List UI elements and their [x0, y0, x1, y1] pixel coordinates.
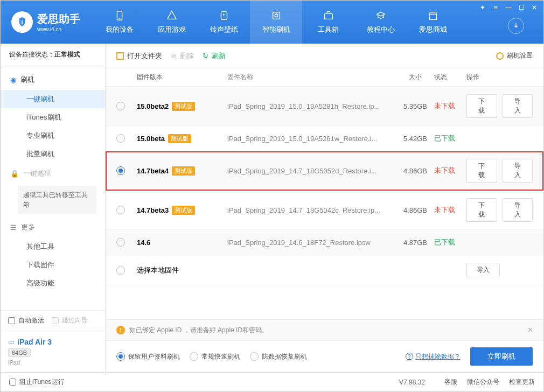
- sidebar: 设备连接状态：正常模式 ◉ 刷机 一键刷机iTunes刷机专业刷机批量刷机 🔒 …: [1, 44, 106, 372]
- row-size: 4.87GB: [396, 239, 434, 247]
- download-button[interactable]: 下载: [466, 159, 497, 183]
- svg-rect-5: [324, 13, 332, 19]
- option-keep-data[interactable]: 保留用户资料刷机: [116, 352, 180, 361]
- sidebar-item-flash-1[interactable]: iTunes刷机: [1, 108, 105, 127]
- sidebar-flash-header[interactable]: ◉ 刷机: [1, 69, 105, 90]
- connection-status: 设备连接状态：正常模式: [1, 44, 105, 66]
- notice-text: 如已绑定 Apple ID ，请准备好 Apple ID和密码。: [129, 326, 268, 335]
- toolbox-icon: [323, 10, 334, 22]
- sidebar-item-more-1[interactable]: 下载固件: [1, 256, 105, 274]
- wipe-data-link[interactable]: ?只想抹除数据？: [406, 352, 461, 361]
- close-notice-button[interactable]: ×: [528, 325, 533, 335]
- table-row[interactable]: 14.7beta4测试版iPad_Spring_2019_14.7_18G505…: [106, 151, 543, 191]
- row-size: 4.86GB: [396, 206, 434, 214]
- row-name: iPad_Spring_2019_15.0_19A5281h_Restore.i…: [227, 102, 396, 110]
- status-link-1[interactable]: 微信公众号: [467, 378, 499, 386]
- row-status: 已下载: [434, 237, 466, 247]
- lock-icon: 🔒: [10, 170, 19, 178]
- option-normal-fast[interactable]: 常规快速刷机: [190, 352, 240, 361]
- download-button[interactable]: 下载: [466, 198, 497, 222]
- import-button[interactable]: 导入: [503, 94, 533, 118]
- notice-bar: ! 如已绑定 Apple ID ，请准备好 Apple ID和密码。 ×: [106, 319, 543, 340]
- appstore-icon: [166, 10, 178, 22]
- row-radio[interactable]: [116, 238, 125, 247]
- row-version: 14.7beta4测试版: [135, 166, 227, 176]
- flash-now-button[interactable]: 立即刷机: [470, 347, 533, 366]
- folder-icon: [116, 52, 124, 60]
- nav-tutorial[interactable]: 教程中心: [354, 1, 407, 44]
- sidebar-item-flash-3[interactable]: 批量刷机: [1, 145, 105, 163]
- nav-flash[interactable]: 智能刷机: [250, 1, 302, 44]
- row-version: 15.0beta测试版: [135, 134, 227, 143]
- status-link-0[interactable]: 客服: [444, 378, 457, 386]
- toolbar: 打开文件夹 ⊘删除 ↻刷新 刷机设置: [106, 44, 543, 68]
- menu-button[interactable]: ≡: [490, 3, 501, 12]
- row-status: 未下载: [434, 101, 466, 111]
- col-name: 固件名称: [227, 73, 396, 82]
- row-radio[interactable]: [116, 102, 125, 110]
- row-radio[interactable]: [116, 266, 125, 275]
- logo[interactable]: i 爱思助手 www.i4.cn: [1, 1, 93, 44]
- refresh-button[interactable]: ↻刷新: [203, 51, 226, 61]
- window-controls: ✦ ≡ — ☐ ✕: [477, 3, 540, 12]
- col-size: 大小: [396, 73, 434, 82]
- download-indicator-icon[interactable]: [508, 18, 524, 34]
- import-button[interactable]: 导入: [503, 159, 533, 183]
- row-size: 4.86GB: [396, 167, 434, 175]
- block-itunes-checkbox[interactable]: 阻止iTunes运行: [9, 377, 65, 387]
- device-info[interactable]: ▭ iPad Air 3 64GB iPad: [1, 331, 105, 372]
- nav-device[interactable]: 我的设备: [93, 1, 145, 44]
- status-link-2[interactable]: 检查更新: [509, 378, 535, 386]
- options-bar: 保留用户资料刷机 常规快速刷机 防数据恢复刷机 ?只想抹除数据？ 立即刷机: [106, 340, 543, 372]
- nav-shop[interactable]: 爱思商城: [407, 1, 459, 44]
- sidebar-more-header[interactable]: ☰ 更多: [1, 217, 105, 237]
- nav-ringtone[interactable]: 铃声壁纸: [198, 1, 250, 44]
- warning-icon: !: [116, 326, 125, 334]
- table-row[interactable]: 14.7beta3测试版iPad_Spring_2019_14.7_18G504…: [106, 191, 543, 230]
- svg-rect-6: [429, 14, 436, 19]
- skin-button[interactable]: ✦: [477, 3, 489, 12]
- sidebar-item-more-2[interactable]: 高级功能: [1, 274, 105, 292]
- row-radio[interactable]: [116, 134, 125, 143]
- minimize-button[interactable]: —: [503, 3, 514, 12]
- col-version: 固件版本: [135, 73, 227, 82]
- more-icon: ☰: [10, 223, 17, 232]
- table-row-local[interactable]: 选择本地固件导入: [106, 255, 543, 285]
- gear-icon: [496, 52, 504, 60]
- sidebar-jailbreak-header: 🔒 一键越狱: [1, 163, 105, 184]
- download-button[interactable]: 下载: [466, 94, 497, 118]
- option-anti-recovery[interactable]: 防数据恢复刷机: [250, 352, 307, 361]
- maximize-button[interactable]: ☐: [515, 3, 527, 12]
- sidebar-item-more-0[interactable]: 其他工具: [1, 237, 105, 256]
- flash-settings-button[interactable]: 刷机设置: [496, 51, 533, 60]
- open-folder-button[interactable]: 打开文件夹: [116, 51, 162, 61]
- row-version: 15.0beta2测试版: [135, 102, 227, 111]
- skip-guide-checkbox[interactable]: 跳过向导: [52, 316, 88, 325]
- row-version: 14.6: [135, 239, 227, 247]
- nav-toolbox[interactable]: 工具箱: [302, 1, 354, 44]
- logo-icon: i: [11, 11, 33, 33]
- row-radio[interactable]: [116, 166, 125, 175]
- delete-button[interactable]: ⊘删除: [171, 51, 194, 61]
- sidebar-item-flash-2[interactable]: 专业刷机: [1, 127, 105, 145]
- table-row[interactable]: 15.0beta测试版iPad_Spring_2019_15.0_19A5261…: [106, 126, 543, 151]
- auto-activate-checkbox[interactable]: 自动激活: [8, 316, 44, 325]
- close-button[interactable]: ✕: [528, 3, 540, 12]
- device-storage: 64GB: [8, 348, 31, 357]
- row-name: iPad_Spring_2019_14.7_18G5042c_Restore.i…: [227, 206, 396, 214]
- col-status: 状态: [434, 73, 466, 82]
- import-button[interactable]: 导入: [503, 198, 533, 222]
- row-status: 未下载: [434, 205, 466, 215]
- row-name: iPad_Spring_2019_15.0_19A5261w_Restore.i…: [227, 135, 396, 143]
- row-radio[interactable]: [116, 206, 125, 214]
- row-size: 5.35GB: [396, 102, 434, 110]
- jailbreak-note: 越狱工具已转移至工具箱: [18, 186, 96, 214]
- nav-appstore[interactable]: 应用游戏: [145, 1, 198, 44]
- firmware-table: 15.0beta2测试版iPad_Spring_2019_15.0_19A528…: [106, 87, 543, 319]
- table-row[interactable]: 15.0beta2测试版iPad_Spring_2019_15.0_19A528…: [106, 87, 543, 126]
- sidebar-item-flash-0[interactable]: 一键刷机: [1, 90, 105, 108]
- import-button[interactable]: 导入: [466, 263, 500, 277]
- shop-icon: [427, 10, 439, 22]
- table-row[interactable]: 14.6iPad_Spring_2019_14.6_18F72_Restore.…: [106, 230, 543, 255]
- svg-rect-4: [273, 12, 280, 19]
